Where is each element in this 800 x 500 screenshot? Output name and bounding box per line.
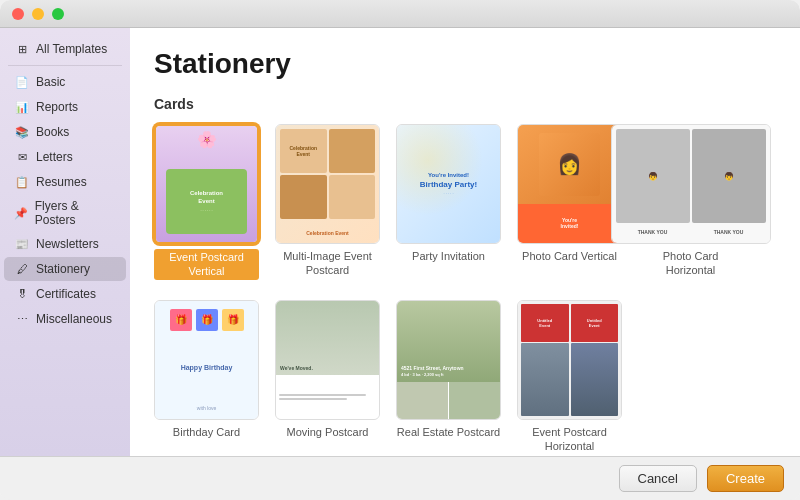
sidebar-item-letters[interactable]: ✉ Letters: [4, 145, 126, 169]
template-label: Event Postcard Vertical: [154, 249, 259, 280]
template-label: Photo Card Vertical: [522, 249, 617, 263]
sidebar-divider: [8, 65, 122, 66]
template-thumb: 4521 First Street, Anytown4 bd · 3 ba · …: [396, 300, 501, 420]
template-event-postcard-horizontal[interactable]: UntitledEvent UntitledEvent Event Postca…: [517, 300, 622, 454]
template-event-postcard-vertical[interactable]: 🌸 CelebrationEvent · · · · · · Event Pos…: [154, 124, 259, 280]
sidebar-item-newsletters[interactable]: 📰 Newsletters: [4, 232, 126, 256]
books-icon: 📚: [14, 124, 30, 140]
close-button[interactable]: [12, 8, 24, 20]
cancel-button[interactable]: Cancel: [619, 465, 697, 492]
cards-grid: 🌸 CelebrationEvent · · · · · · Event Pos…: [154, 124, 776, 280]
app-body: ⊞ All Templates 📄 Basic 📊 Reports 📚 Book…: [0, 28, 800, 456]
flyer-icon: 📌: [14, 205, 29, 221]
template-moving-postcard[interactable]: We've Moved. Moving Postcard: [275, 300, 380, 454]
sidebar-item-label: Basic: [36, 75, 65, 89]
misc-icon: ⋯: [14, 311, 30, 327]
template-thumb: 🎁 🎁 🎁 Happy Birthday with love: [154, 300, 259, 420]
grid-icon: ⊞: [14, 41, 30, 57]
sidebar-item-certificates[interactable]: 🎖 Certificates: [4, 282, 126, 306]
template-thumb: 👩 You'reInvited!: [517, 124, 622, 244]
chart-icon: 📊: [14, 99, 30, 115]
sidebar-item-label: Flyers & Posters: [35, 199, 116, 227]
sidebar-item-label: Newsletters: [36, 237, 99, 251]
sidebar-item-label: Books: [36, 125, 69, 139]
sidebar-item-label: All Templates: [36, 42, 107, 56]
template-thumb: You're Invited! Birthday Party! · · · · …: [396, 124, 501, 244]
sidebar-item-label: Reports: [36, 100, 78, 114]
sidebar-item-label: Stationery: [36, 262, 90, 276]
sidebar-item-miscellaneous[interactable]: ⋯ Miscellaneous: [4, 307, 126, 331]
cards-grid-2: 🎁 🎁 🎁 Happy Birthday with love Birthday …: [154, 300, 776, 454]
sidebar-item-all-templates[interactable]: ⊞ All Templates: [4, 37, 126, 61]
template-label: Moving Postcard: [287, 425, 369, 439]
template-thumb: 👦 THANK YOU 👦 THANK YOU: [611, 124, 771, 244]
sidebar-item-stationery[interactable]: 🖊 Stationery: [4, 257, 126, 281]
doc-icon: 📄: [14, 74, 30, 90]
template-thumb: UntitledEvent UntitledEvent: [517, 300, 622, 420]
template-label: Birthday Card: [173, 425, 240, 439]
cards-section-title: Cards: [154, 96, 776, 112]
template-thumb: CelebrationEvent Celebration Event: [275, 124, 380, 244]
sidebar-item-flyers[interactable]: 📌 Flyers & Posters: [4, 195, 126, 231]
page-title: Stationery: [154, 48, 776, 80]
letter-icon: ✉: [14, 149, 30, 165]
template-photo-card-horizontal[interactable]: 👦 THANK YOU 👦 THANK YOU Photo Card Horiz…: [638, 124, 743, 280]
minimize-button[interactable]: [32, 8, 44, 20]
sidebar-item-reports[interactable]: 📊 Reports: [4, 95, 126, 119]
resume-icon: 📋: [14, 174, 30, 190]
bottom-bar: Cancel Create: [0, 456, 800, 500]
template-label: Party Invitation: [412, 249, 485, 263]
main-content: Stationery Cards 🌸 CelebrationEvent · · …: [130, 28, 800, 456]
template-label: Real Estate Postcard: [397, 425, 500, 439]
template-thumb: 🌸 CelebrationEvent · · · · · ·: [154, 124, 259, 244]
title-bar: [0, 0, 800, 28]
template-label: Multi-Image Event Postcard: [275, 249, 380, 278]
template-thumb: We've Moved.: [275, 300, 380, 420]
create-button[interactable]: Create: [707, 465, 784, 492]
sidebar-item-label: Resumes: [36, 175, 87, 189]
template-party-invitation[interactable]: You're Invited! Birthday Party! · · · · …: [396, 124, 501, 280]
sidebar-item-label: Certificates: [36, 287, 96, 301]
sidebar-item-books[interactable]: 📚 Books: [4, 120, 126, 144]
fullscreen-button[interactable]: [52, 8, 64, 20]
cert-icon: 🎖: [14, 286, 30, 302]
sidebar-item-label: Miscellaneous: [36, 312, 112, 326]
sidebar-item-label: Letters: [36, 150, 73, 164]
template-real-estate[interactable]: 4521 First Street, Anytown4 bd · 3 ba · …: [396, 300, 501, 454]
template-birthday-card[interactable]: 🎁 🎁 🎁 Happy Birthday with love Birthday …: [154, 300, 259, 454]
sidebar-item-basic[interactable]: 📄 Basic: [4, 70, 126, 94]
template-multi-image[interactable]: CelebrationEvent Celebration Event Multi…: [275, 124, 380, 280]
stationery-icon: 🖊: [14, 261, 30, 277]
newsletter-icon: 📰: [14, 236, 30, 252]
sidebar-item-resumes[interactable]: 📋 Resumes: [4, 170, 126, 194]
template-photo-card-vertical[interactable]: 👩 You'reInvited! Photo Card Vertical: [517, 124, 622, 280]
template-label: Event Postcard Horizontal: [517, 425, 622, 454]
sidebar: ⊞ All Templates 📄 Basic 📊 Reports 📚 Book…: [0, 28, 130, 456]
template-label: Photo Card Horizontal: [638, 249, 743, 278]
